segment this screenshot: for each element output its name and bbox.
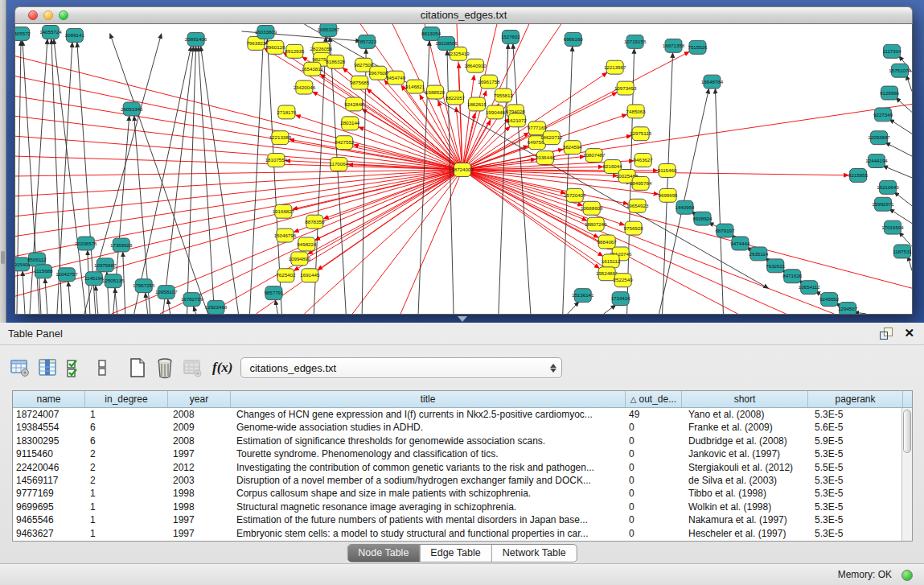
table-cell[interactable]: 5.9E-5: [808, 435, 901, 447]
table-cell[interactable]: 0: [626, 461, 682, 474]
graph-node-teal[interactable]: 20891406: [185, 32, 207, 46]
graph-node-yellow[interactable]: 15720407: [564, 188, 586, 202]
column-header-in_degree[interactable]: in_degree: [85, 391, 168, 407]
table-row[interactable]: 1456911722003Disruption of a novel membe…: [13, 474, 901, 487]
graph-node-yellow[interactable]: 9146821: [405, 80, 425, 93]
table-cell[interactable]: Dudbridge et al. (2008): [682, 435, 808, 447]
graph-node-teal[interactable]: 1733426: [611, 292, 631, 306]
graph-node-teal[interactable]: 1440954: [676, 200, 696, 214]
graph-node-yellow[interactable]: 18724007: [451, 163, 474, 177]
graph-node-teal[interactable]: 10958107: [155, 286, 178, 299]
graph-node-teal[interactable]: 8506112: [27, 253, 47, 266]
graph-node-yellow[interactable]: 12213389: [269, 131, 292, 145]
graph-node-yellow[interactable]: 16543812: [302, 62, 324, 76]
table-cell[interactable]: Embryonic stem cells: a model to study s…: [231, 527, 626, 540]
graph-node-teal[interactable]: 1405572: [15, 27, 31, 40]
graph-node-yellow[interactable]: 2803144: [340, 117, 360, 130]
graph-node-teal[interactable]: 16033809: [255, 25, 277, 39]
table-cell[interactable]: 9465546: [13, 513, 85, 526]
graph-node-yellow[interactable]: 1691445: [300, 269, 320, 282]
graph-node-teal[interactable]: 15136141: [572, 289, 594, 303]
table-cell[interactable]: 0: [626, 474, 682, 487]
graph-node-teal[interactable]: 2935114: [749, 247, 769, 261]
graph-node-teal[interactable]: 2089141: [65, 28, 85, 42]
table-cell[interactable]: 5.3E-5: [808, 447, 901, 460]
graph-node-teal[interactable]: 9245652: [819, 293, 840, 307]
table-cell[interactable]: Stergiakouli et al. (2012): [682, 461, 808, 474]
table-cell[interactable]: 19384554: [13, 421, 85, 434]
table-cell[interactable]: 1: [85, 527, 168, 540]
graph-node-yellow[interactable]: 12213967: [604, 60, 626, 74]
graph-node-yellow[interactable]: 9756928: [624, 221, 644, 235]
table-cell[interactable]: 1: [85, 513, 168, 526]
table-cell[interactable]: 0: [626, 527, 682, 540]
graph-node-yellow[interactable]: 9242848: [344, 97, 364, 111]
table-cell[interactable]: 2008: [168, 435, 231, 447]
graph-node-yellow[interactable]: 18640910: [464, 59, 487, 72]
table-row[interactable]: 1938455462009Genome-wide association stu…: [13, 421, 901, 434]
graph-node-teal[interactable]: 20206576: [75, 237, 97, 250]
graph-node-yellow[interactable]: 12975115: [630, 127, 652, 141]
table-cell[interactable]: 5.3E-5: [808, 501, 901, 513]
table-cell[interactable]: Wolkin et al. (1998): [682, 501, 808, 513]
graph-node-yellow[interactable]: 18107554: [265, 154, 288, 167]
table-cell[interactable]: 1: [85, 501, 168, 513]
table-cell[interactable]: 9463627: [13, 527, 85, 540]
delete-table-icon[interactable]: [180, 355, 204, 381]
table-cell[interactable]: 49: [626, 408, 682, 421]
graph-node-teal[interactable]: 17359928: [110, 238, 133, 252]
table-cell[interactable]: 1997: [168, 513, 231, 526]
table-cell[interactable]: 0: [626, 487, 682, 500]
graph-node-teal[interactable]: 12093887: [868, 131, 890, 145]
table-row[interactable]: 969969511998Structural magnetic resonanc…: [13, 501, 901, 513]
graph-node-yellow[interactable]: 23420046: [294, 80, 316, 94]
graph-node-teal[interactable]: 17957255: [133, 279, 155, 293]
table-cell[interactable]: 0: [626, 447, 682, 460]
graph-node-yellow[interactable]: 8912935: [285, 44, 305, 58]
graph-node-teal[interactable]: 9129966: [880, 86, 900, 100]
graph-node-teal[interactable]: 19218506: [435, 36, 458, 50]
graph-node-teal[interactable]: 8215955: [848, 169, 869, 183]
table-row[interactable]: 1830029562008Estimation of significance …: [13, 435, 901, 447]
table-row[interactable]: 1872400712008Changes of HCN gene express…: [13, 408, 901, 421]
memory-ok-icon[interactable]: [901, 570, 913, 581]
graph-node-yellow[interactable]: 8878350: [305, 215, 325, 229]
table-cell[interactable]: 6: [85, 435, 168, 447]
graph-node-yellow[interactable]: 10973493: [614, 81, 637, 95]
network-window[interactable]: citations_edges.txt 18724007796382289601…: [14, 6, 913, 314]
graph-node-teal[interactable]: 10975887: [94, 258, 117, 272]
table-cell[interactable]: Estimation of significance thresholds fo…: [231, 435, 626, 447]
table-scrollbar[interactable]: [901, 408, 912, 541]
graph-node-teal[interactable]: 7515526: [688, 40, 708, 54]
graph-node-yellow[interactable]: 19166827: [273, 204, 295, 218]
graph-node-teal[interactable]: 8938924: [692, 212, 713, 225]
table-row[interactable]: 2242004622012Investigating the contribut…: [13, 461, 901, 474]
graph-node-yellow[interactable]: 8427552: [335, 136, 355, 150]
delete-column-icon[interactable]: [153, 355, 177, 381]
graph-node-yellow[interactable]: 8454749: [386, 71, 406, 84]
graph-node-teal[interactable]: 1527602: [501, 30, 521, 43]
table-cell[interactable]: 22420046: [13, 461, 85, 474]
graph-node-yellow[interactable]: 9115460: [658, 164, 677, 178]
close-panel-icon[interactable]: ✕: [904, 327, 914, 340]
table-cell[interactable]: 5.3E-5: [808, 487, 901, 500]
table-cell[interactable]: Disruption of a novel member of a sodium…: [231, 474, 626, 487]
table-cell[interactable]: Changes of HCN gene expression and I(f) …: [231, 408, 626, 421]
graph-node-yellow[interactable]: 1588520: [425, 85, 446, 99]
function-builder-icon[interactable]: f(x): [212, 360, 232, 376]
graph-node-teal[interactable]: 12505135: [102, 274, 125, 288]
network-canvas[interactable]: 1872400779638228960128891293528226058982…: [14, 24, 913, 315]
table-cell[interactable]: Nakamura et al. (1997): [682, 513, 808, 526]
table-cell[interactable]: 5.3E-5: [808, 513, 901, 526]
graph-node-yellow[interactable]: 7625402: [276, 269, 296, 282]
table-cell[interactable]: Genome-wide association studies in ADHD.: [231, 421, 626, 434]
table-cell[interactable]: 9777169: [13, 487, 85, 500]
graph-node-yellow[interactable]: 16961758: [478, 75, 500, 89]
column-header-short[interactable]: short: [682, 391, 808, 407]
panel-collapse-handle[interactable]: [1, 251, 5, 264]
table-cell[interactable]: 2: [85, 474, 168, 487]
graph-node-teal[interactable]: 1145194: [84, 272, 104, 286]
table-cell[interactable]: 0: [626, 421, 682, 434]
graph-node-teal[interactable]: 6879197: [715, 224, 735, 237]
table-cell[interactable]: 6: [85, 421, 168, 434]
